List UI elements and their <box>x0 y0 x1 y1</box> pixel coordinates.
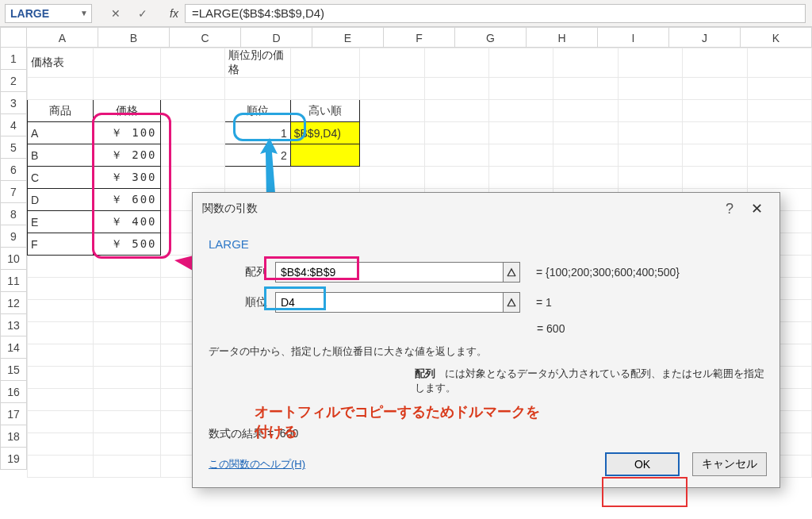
cell[interactable] <box>28 300 94 322</box>
cell[interactable] <box>160 100 224 122</box>
cell[interactable] <box>618 78 682 100</box>
col-header[interactable]: C <box>170 27 241 48</box>
cell[interactable] <box>747 144 811 167</box>
row-header[interactable]: 17 <box>0 403 27 425</box>
cell[interactable]: ￥ 200 <box>93 144 160 167</box>
cell[interactable] <box>224 167 290 189</box>
cell[interactable] <box>424 167 488 189</box>
col-header[interactable]: B <box>98 27 170 48</box>
row-header[interactable]: 2 <box>0 70 27 92</box>
row-header[interactable]: 4 <box>0 114 27 136</box>
cell[interactable] <box>489 78 553 100</box>
range-picker-icon[interactable] <box>503 262 520 283</box>
help-icon[interactable]: ? <box>716 201 743 217</box>
cell[interactable] <box>360 100 424 122</box>
cell[interactable]: B <box>28 144 94 167</box>
row-header[interactable]: 6 <box>0 159 27 181</box>
cell[interactable]: 商品 <box>28 100 94 122</box>
cell[interactable] <box>424 100 488 122</box>
fx-icon[interactable]: fx <box>170 7 178 20</box>
cell[interactable]: C <box>28 167 94 189</box>
cell[interactable] <box>424 48 488 78</box>
cell[interactable] <box>553 48 618 78</box>
dialog-titlebar[interactable]: 関数の引数 ? ✕ <box>193 193 779 225</box>
cell[interactable] <box>683 144 747 167</box>
col-header[interactable]: H <box>527 27 598 48</box>
col-header[interactable]: G <box>455 27 527 48</box>
cell[interactable] <box>489 144 553 167</box>
cell[interactable] <box>93 256 160 278</box>
cell[interactable] <box>618 100 682 122</box>
cell[interactable] <box>553 167 618 189</box>
arg-input-k[interactable] <box>275 292 504 313</box>
cell[interactable] <box>93 78 160 100</box>
cell[interactable]: 順位別の価格 <box>224 48 290 78</box>
cell[interactable] <box>618 48 682 78</box>
col-header[interactable]: E <box>312 27 384 48</box>
cell[interactable] <box>489 48 553 78</box>
range-picker-icon[interactable] <box>503 292 520 313</box>
col-header[interactable]: D <box>241 27 312 48</box>
cell[interactable] <box>360 78 424 100</box>
cell[interactable] <box>489 167 553 189</box>
cell[interactable] <box>290 48 360 78</box>
row-header[interactable]: 1 <box>0 48 27 70</box>
cell[interactable] <box>683 78 747 100</box>
formula-bar[interactable]: =LARGE($B$4:$B$9,D4) <box>185 4 806 23</box>
cell[interactable] <box>360 48 424 78</box>
cell[interactable] <box>160 167 224 189</box>
cell[interactable] <box>360 144 424 167</box>
col-header[interactable]: F <box>384 27 455 48</box>
cell[interactable] <box>160 144 224 167</box>
cell[interactable] <box>424 122 488 144</box>
col-header[interactable]: K <box>741 27 812 48</box>
cell[interactable] <box>93 322 160 344</box>
cell[interactable] <box>290 144 360 167</box>
cell[interactable] <box>28 411 94 433</box>
cell[interactable] <box>224 78 290 100</box>
cell[interactable] <box>93 433 160 456</box>
cell[interactable]: 高い順 <box>290 100 360 122</box>
cell[interactable]: $B$9,D4) <box>290 122 360 144</box>
cell[interactable] <box>93 278 160 300</box>
cell[interactable] <box>424 144 488 167</box>
cell[interactable]: 1 <box>224 122 290 144</box>
col-header[interactable]: A <box>27 27 98 48</box>
cell[interactable] <box>747 122 811 144</box>
row-header[interactable]: 18 <box>0 425 27 448</box>
cell[interactable] <box>160 48 224 78</box>
cell[interactable]: ￥ 600 <box>93 189 160 211</box>
cell[interactable] <box>747 100 811 122</box>
cell[interactable] <box>28 389 94 411</box>
ok-button[interactable]: OK <box>605 452 680 476</box>
row-header[interactable]: 16 <box>0 381 27 403</box>
cell[interactable] <box>553 100 618 122</box>
cell[interactable] <box>160 78 224 100</box>
cell[interactable]: 順位 <box>224 100 290 122</box>
cell[interactable] <box>424 78 488 100</box>
chevron-down-icon[interactable]: ▼ <box>80 9 88 17</box>
col-header[interactable]: I <box>598 27 669 48</box>
cell[interactable] <box>28 256 94 278</box>
cell[interactable] <box>360 122 424 144</box>
row-header[interactable]: 7 <box>0 181 27 203</box>
cell[interactable] <box>489 100 553 122</box>
row-header[interactable]: 14 <box>0 336 27 359</box>
arg-input-array[interactable] <box>275 262 504 283</box>
cell[interactable]: E <box>28 211 94 233</box>
cell[interactable]: ￥ 100 <box>93 122 160 144</box>
cell[interactable]: 価格表 <box>28 48 94 78</box>
cell[interactable] <box>28 278 94 300</box>
row-header[interactable]: 5 <box>0 136 27 159</box>
cell[interactable] <box>553 122 618 144</box>
row-header[interactable]: 8 <box>0 203 27 225</box>
row-header[interactable]: 15 <box>0 359 27 381</box>
cell[interactable] <box>290 78 360 100</box>
accept-check-icon[interactable]: ✓ <box>135 7 151 20</box>
help-link[interactable]: この関数のヘルプ(H) <box>209 457 305 471</box>
cell[interactable]: ￥ 400 <box>93 211 160 233</box>
select-all-corner[interactable] <box>0 27 27 48</box>
cell[interactable] <box>360 167 424 189</box>
cell[interactable]: A <box>28 122 94 144</box>
cell[interactable] <box>683 122 747 144</box>
